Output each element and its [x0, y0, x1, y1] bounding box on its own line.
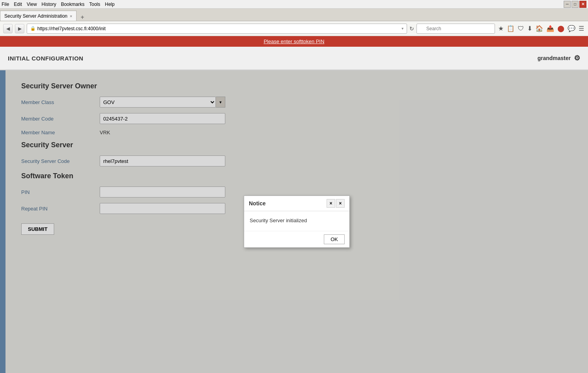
minimize-button[interactable]: ─: [564, 1, 571, 8]
menu-bookmarks[interactable]: Bookmarks: [61, 2, 84, 7]
toolbar-icons: ★ 📋 🛡 ⬇ 🏠 📤 ⬤ 💬 ☰: [497, 24, 585, 33]
menu-view[interactable]: View: [27, 2, 37, 7]
gear-icon[interactable]: ⚙: [574, 54, 580, 62]
modal-title: Notice: [249, 200, 266, 207]
tab-title: Security Server Administration: [4, 13, 68, 19]
url-dropdown-icon[interactable]: ▾: [402, 26, 404, 31]
menu-history[interactable]: History: [42, 2, 56, 7]
new-tab-button[interactable]: +: [77, 14, 87, 21]
menu-bar: File Edit View History Bookmarks Tools H…: [0, 0, 588, 9]
forward-button[interactable]: ▶: [15, 24, 24, 33]
menu-help[interactable]: Help: [105, 2, 115, 7]
modal-minimize-button[interactable]: ×: [327, 199, 335, 208]
browser-tab[interactable]: Security Server Administration ×: [0, 11, 77, 21]
modal-close-button[interactable]: ×: [336, 199, 345, 208]
window-controls: ─ □ ✕: [564, 1, 586, 8]
modal-body: Security Server initialized: [244, 211, 349, 231]
modal-message: Security Server initialized: [250, 218, 307, 223]
user-menu[interactable]: grandmaster ⚙: [537, 54, 580, 62]
app-header: INITIAL CONFIGURATION grandmaster ⚙: [0, 47, 588, 70]
adblock-icon[interactable]: ⬤: [557, 24, 565, 33]
menu-tools[interactable]: Tools: [89, 2, 100, 7]
close-button[interactable]: ✕: [579, 1, 586, 8]
modal-header-buttons: × ×: [327, 199, 345, 208]
modal-ok-button[interactable]: OK: [324, 234, 345, 244]
shield-icon[interactable]: 🛡: [517, 24, 525, 33]
clipboard-icon[interactable]: 📋: [506, 24, 515, 33]
home-icon[interactable]: 🏠: [535, 24, 544, 33]
tab-close-button[interactable]: ×: [70, 14, 72, 18]
main-layout: Security Server Owner Member Class GOV ▾…: [0, 70, 588, 373]
browser-content: Please enter softtoken PIN INITIAL CONFI…: [0, 36, 588, 373]
menu-edit[interactable]: Edit: [14, 2, 22, 7]
reload-button[interactable]: ↻: [409, 26, 414, 32]
modal-footer: OK: [244, 231, 349, 247]
download-icon[interactable]: ⬇: [526, 24, 533, 33]
search-input[interactable]: [416, 24, 495, 34]
left-nav-stripe: [0, 70, 5, 373]
softtoken-pin-link[interactable]: Please enter softtoken PIN: [264, 38, 325, 44]
share-icon[interactable]: 📤: [546, 24, 555, 33]
page-title: INITIAL CONFIGURATION: [8, 55, 83, 62]
menu-icon[interactable]: ☰: [578, 24, 585, 33]
bookmark-icon[interactable]: ★: [497, 24, 504, 33]
search-wrap: 🔍: [416, 24, 495, 34]
menu-file[interactable]: File: [2, 2, 9, 7]
modal-header: Notice × ×: [244, 196, 349, 211]
notice-dialog: Notice × × Security Server initialized O…: [244, 196, 350, 248]
notification-bar: Please enter softtoken PIN: [0, 36, 588, 47]
tab-bar: Security Server Administration × +: [0, 9, 588, 21]
url-bar[interactable]: 🔒 ▾: [27, 24, 407, 34]
lock-icon: 🔒: [30, 26, 36, 31]
page-content: Security Server Owner Member Class GOV ▾…: [5, 70, 588, 373]
back-button[interactable]: ◀: [3, 24, 13, 33]
username-label: grandmaster: [537, 55, 571, 61]
chat-icon[interactable]: 💬: [567, 24, 576, 33]
url-input[interactable]: [37, 26, 402, 31]
modal-overlay: Notice × × Security Server initialized O…: [5, 70, 588, 373]
address-bar: ◀ ▶ 🔒 ▾ ↻ 🔍 ★ 📋 🛡 ⬇ 🏠 📤 ⬤ 💬 ☰: [0, 21, 588, 36]
maximize-button[interactable]: □: [572, 1, 579, 8]
